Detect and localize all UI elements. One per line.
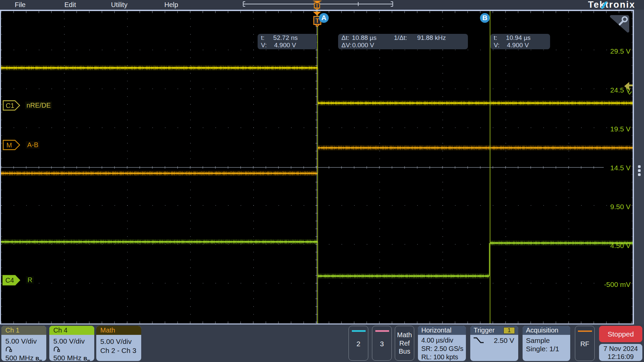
svg-text:T: T (316, 17, 319, 24)
svg-text:C1: C1 (6, 102, 14, 109)
svg-text:T: T (316, 3, 318, 8)
svg-text:C4: C4 (5, 277, 14, 284)
svg-text:Tektronix: Tektronix (588, 0, 635, 10)
svg-text:M: M (6, 141, 12, 149)
